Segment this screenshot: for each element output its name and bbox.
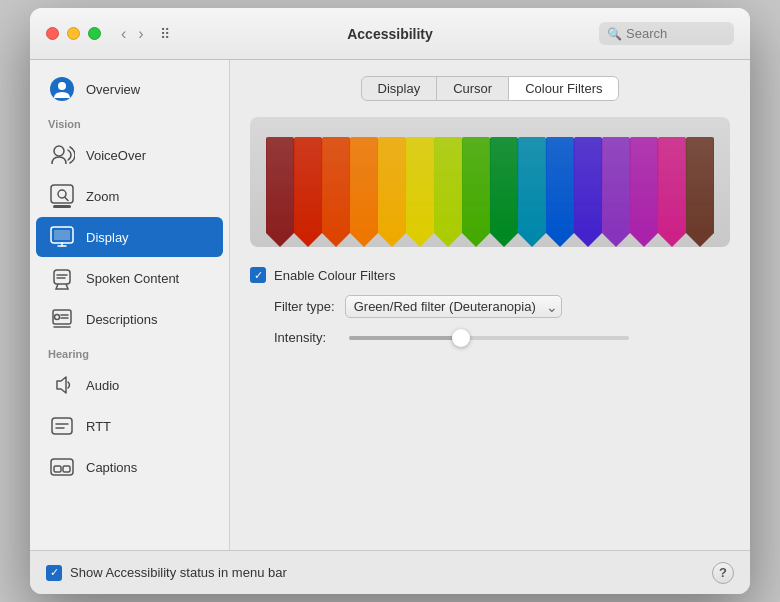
- traffic-lights: [46, 27, 101, 40]
- enable-label: Enable Colour Filters: [274, 268, 395, 283]
- titlebar: ‹ › ⠿ Accessibility 🔍: [30, 8, 750, 60]
- sidebar-item-audio[interactable]: Audio: [36, 365, 223, 405]
- show-status-checkbox[interactable]: ✓: [46, 565, 62, 581]
- pencils-container: [266, 127, 714, 247]
- display-icon: [48, 223, 76, 251]
- filter-type-label: Filter type:: [274, 299, 335, 314]
- sidebar-item-descriptions[interactable]: Descriptions: [36, 299, 223, 339]
- sidebar-item-label: Descriptions: [86, 312, 158, 327]
- svg-rect-3: [51, 185, 73, 203]
- overview-icon: [48, 75, 76, 103]
- filter-type-select-wrapper: Green/Red filter (Deuteranopia)Red/Green…: [345, 295, 562, 318]
- intensity-slider-fill: [349, 336, 461, 340]
- pencil: [322, 137, 350, 247]
- forward-button[interactable]: ›: [134, 23, 147, 45]
- pencil: [266, 137, 294, 247]
- rtt-icon: [48, 412, 76, 440]
- pencil: [434, 137, 462, 247]
- svg-point-1: [58, 82, 66, 90]
- main-panel: Display Cursor Colour Filters ✓ Enable C…: [230, 60, 750, 550]
- pencil: [546, 137, 574, 247]
- show-status-label: Show Accessibility status in menu bar: [70, 565, 287, 580]
- tab-cursor[interactable]: Cursor: [436, 76, 509, 101]
- tab-display[interactable]: Display: [361, 76, 438, 101]
- search-input[interactable]: [626, 26, 726, 41]
- sidebar-item-label: Display: [86, 230, 129, 245]
- pencil: [518, 137, 546, 247]
- vision-header: Vision: [30, 110, 229, 134]
- pencil: [658, 137, 686, 247]
- sidebar-item-rtt[interactable]: RTT: [36, 406, 223, 446]
- search-box[interactable]: 🔍: [599, 22, 734, 45]
- status-checkbox-wrapper[interactable]: ✓ Show Accessibility status in menu bar: [46, 565, 287, 581]
- sidebar-item-captions[interactable]: Captions: [36, 447, 223, 487]
- svg-point-15: [55, 315, 60, 320]
- sidebar-item-label: Overview: [86, 82, 140, 97]
- tab-colour-filters[interactable]: Colour Filters: [508, 76, 619, 101]
- pencil: [462, 137, 490, 247]
- pencil: [686, 137, 714, 247]
- svg-rect-11: [54, 270, 70, 284]
- svg-rect-19: [52, 418, 72, 434]
- pencil: [630, 137, 658, 247]
- intensity-row: Intensity:: [274, 330, 730, 345]
- svg-rect-23: [54, 466, 61, 472]
- content-area: Overview Vision VoiceOver: [30, 60, 750, 550]
- captions-icon: [48, 453, 76, 481]
- fullscreen-button[interactable]: [88, 27, 101, 40]
- enable-checkbox[interactable]: ✓: [250, 267, 266, 283]
- sidebar: Overview Vision VoiceOver: [30, 60, 230, 550]
- search-icon: 🔍: [607, 27, 622, 41]
- minimize-button[interactable]: [67, 27, 80, 40]
- sidebar-item-label: Captions: [86, 460, 137, 475]
- pencil: [490, 137, 518, 247]
- close-button[interactable]: [46, 27, 59, 40]
- pencil: [350, 137, 378, 247]
- sidebar-item-label: Zoom: [86, 189, 119, 204]
- pencil: [602, 137, 630, 247]
- sidebar-item-voiceover[interactable]: VoiceOver: [36, 135, 223, 175]
- hearing-header: Hearing: [30, 340, 229, 364]
- svg-rect-24: [63, 466, 70, 472]
- sidebar-item-overview[interactable]: Overview: [36, 69, 223, 109]
- sidebar-item-label: RTT: [86, 419, 111, 434]
- statusbar: ✓ Show Accessibility status in menu bar …: [30, 550, 750, 594]
- grid-icon: ⠿: [160, 26, 170, 42]
- intensity-slider-track[interactable]: [349, 336, 629, 340]
- help-button[interactable]: ?: [712, 562, 734, 584]
- pencil-display: [250, 117, 730, 247]
- voiceover-icon: [48, 141, 76, 169]
- pencil: [378, 137, 406, 247]
- back-button[interactable]: ‹: [117, 23, 130, 45]
- svg-rect-6: [53, 205, 71, 208]
- audio-icon: [48, 371, 76, 399]
- sidebar-item-label: Audio: [86, 378, 119, 393]
- pencil: [406, 137, 434, 247]
- filter-type-select[interactable]: Green/Red filter (Deuteranopia)Red/Green…: [345, 295, 562, 318]
- spoken-content-icon: [48, 264, 76, 292]
- filter-type-row: Filter type: Green/Red filter (Deuterano…: [274, 295, 730, 318]
- pencil: [574, 137, 602, 247]
- svg-rect-10: [54, 230, 70, 240]
- sidebar-item-zoom[interactable]: Zoom: [36, 176, 223, 216]
- pencil: [294, 137, 322, 247]
- sidebar-item-label: Spoken Content: [86, 271, 179, 286]
- intensity-label: Intensity:: [274, 330, 339, 345]
- descriptions-icon: [48, 305, 76, 333]
- sidebar-item-spoken-content[interactable]: Spoken Content: [36, 258, 223, 298]
- tabs: Display Cursor Colour Filters: [250, 76, 730, 101]
- enable-filter-row: ✓ Enable Colour Filters: [250, 267, 730, 283]
- main-window: ‹ › ⠿ Accessibility 🔍 Overview: [30, 8, 750, 594]
- zoom-icon: [48, 182, 76, 210]
- window-title: Accessibility: [347, 26, 433, 42]
- intensity-slider-thumb[interactable]: [452, 329, 470, 347]
- nav-buttons: ‹ ›: [117, 23, 148, 45]
- enable-checkbox-wrapper[interactable]: ✓ Enable Colour Filters: [250, 267, 395, 283]
- svg-rect-14: [53, 310, 71, 324]
- filter-section: ✓ Enable Colour Filters Filter type: Gre…: [250, 267, 730, 345]
- sidebar-item-label: VoiceOver: [86, 148, 146, 163]
- sidebar-item-display[interactable]: Display: [36, 217, 223, 257]
- svg-line-5: [65, 198, 68, 201]
- svg-point-2: [54, 146, 64, 156]
